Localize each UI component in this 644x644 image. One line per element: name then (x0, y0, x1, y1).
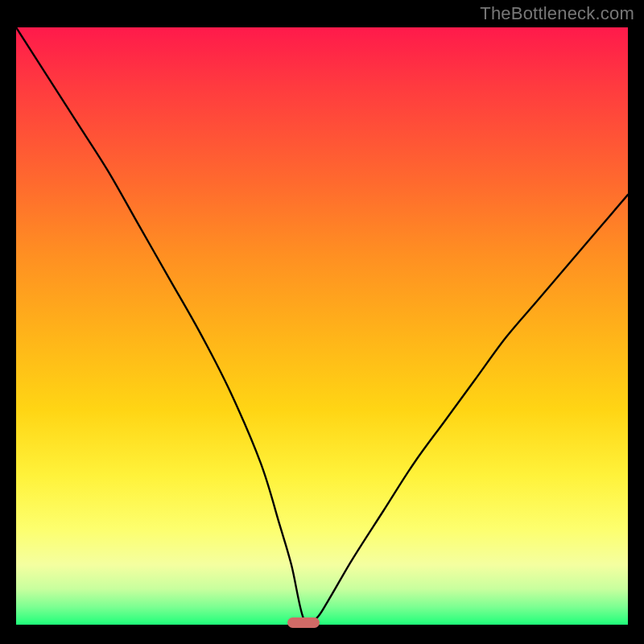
optimal-marker (287, 617, 320, 628)
frame: TheBottleneck.com (0, 0, 644, 644)
attribution-text: TheBottleneck.com (480, 3, 634, 24)
plot-area (16, 27, 628, 625)
curve-path (16, 27, 628, 623)
bottleneck-curve (16, 27, 628, 625)
